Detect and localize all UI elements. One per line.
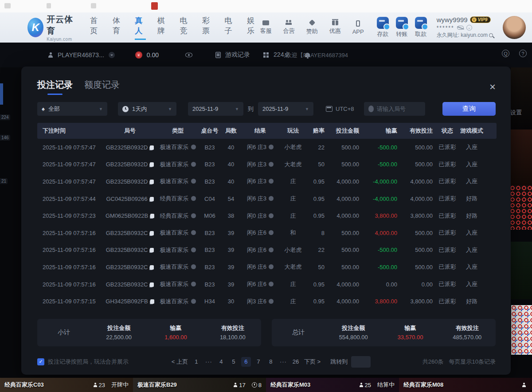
info-icon[interactable]	[191, 179, 196, 184]
nav-action-service[interactable]: 客服	[258, 20, 274, 35]
copy-icon[interactable]	[150, 265, 154, 270]
table-tile-m03[interactable]: 经典百家乐M03 25 结算中	[266, 378, 399, 392]
cell-valid-bet: 3,800.00	[401, 212, 436, 219]
info-icon[interactable]	[269, 213, 274, 218]
copy-icon[interactable]	[150, 299, 154, 304]
query-button[interactable]: 查询	[442, 102, 496, 116]
deposit-button[interactable]: 存款	[377, 17, 389, 38]
per-page-info: 每页显示10条记录	[449, 358, 496, 366]
page-6[interactable]: 6	[241, 357, 251, 367]
cell-winloss: 3,800.00	[363, 298, 401, 305]
cell-status: 已派彩	[436, 143, 458, 151]
info-icon[interactable]	[191, 247, 196, 252]
nav-action-partner[interactable]: 合营	[281, 20, 297, 35]
date-to-picker[interactable]: 2025-11-9 ▼	[258, 102, 313, 116]
page-26[interactable]: 26	[291, 357, 301, 367]
info-icon[interactable]	[191, 196, 196, 201]
nav-item-slots[interactable]: 电子	[224, 16, 235, 40]
nav-item-esports[interactable]: 电竞	[180, 16, 191, 40]
eye-icon[interactable]	[185, 53, 192, 57]
cell-table-no: B23	[199, 161, 221, 168]
info-icon[interactable]	[191, 145, 196, 149]
copy-icon[interactable]	[150, 282, 154, 287]
jump-page-input[interactable]	[351, 356, 371, 368]
copy-icon[interactable]	[150, 197, 154, 201]
merge-checkbox[interactable]: ✓	[37, 358, 44, 365]
nav-item-live[interactable]: 真人	[135, 16, 146, 40]
help-icon[interactable]: ?	[519, 50, 527, 57]
table-tile-b29[interactable]: 极速百家乐B29 17 8	[133, 378, 266, 392]
timezone-indicator[interactable]: UTC+8	[326, 106, 354, 112]
cell-bet-time: 2025-11-09 07:57:16	[37, 247, 103, 253]
roadmap-grid-dark	[510, 185, 532, 230]
tab-bet-records[interactable]: 投注记录	[37, 79, 73, 95]
player-id[interactable]: PLAYER46873...	[58, 51, 104, 59]
chevron-down-icon[interactable]	[109, 52, 115, 58]
copy-icon[interactable]	[150, 162, 154, 167]
copy-icon[interactable]	[150, 248, 154, 252]
cell-table-no: B23	[199, 144, 221, 151]
cell-game-no: GH3425B092FB	[103, 298, 157, 305]
cell-odds: 50	[307, 161, 328, 168]
magnifier-icon[interactable]	[489, 33, 493, 37]
table-tile-c03[interactable]: 经典百家乐C03 23 开牌中	[0, 378, 133, 392]
search-circle-icon[interactable]: Q	[502, 50, 509, 57]
info-icon[interactable]	[269, 299, 274, 304]
table-tile-m08[interactable]: 经典百家乐M08	[399, 378, 532, 392]
copy-icon[interactable]	[150, 145, 154, 150]
page-5[interactable]: 5	[229, 357, 239, 367]
tab-quota-records[interactable]: 额度记录	[84, 79, 120, 95]
nav-item-sports[interactable]: 体育	[113, 16, 124, 40]
info-icon[interactable]	[269, 179, 274, 184]
info-icon[interactable]	[191, 264, 196, 269]
game-no-input[interactable]	[377, 106, 420, 112]
info-icon[interactable]	[269, 145, 274, 149]
page-7[interactable]: 7	[254, 357, 263, 367]
info-icon[interactable]	[269, 264, 274, 269]
nav-action-sponsor[interactable]: 赞助	[304, 20, 320, 35]
info-icon[interactable]	[269, 230, 274, 235]
avatar[interactable]	[503, 16, 526, 39]
game-type-select[interactable]: ♠ 全部 ▼	[37, 102, 107, 116]
info-icon[interactable]	[191, 282, 196, 286]
eye-off-icon[interactable]	[457, 26, 464, 30]
prev-page-button[interactable]: < 上页	[172, 358, 188, 366]
info-icon[interactable]	[269, 282, 274, 286]
copy-icon[interactable]	[150, 231, 154, 235]
time-range-select[interactable]: 1天内 ▼	[118, 102, 176, 116]
nav-item-home[interactable]: 首页	[90, 16, 101, 40]
vip-medal-icon: V	[472, 17, 477, 22]
cell-bet-time: 2025-11-09 07:57:16	[37, 264, 103, 270]
cell-rounds: 38	[221, 212, 241, 219]
page-8[interactable]: 8	[266, 357, 276, 367]
nav-item-lottery[interactable]: 彩票	[202, 16, 213, 40]
close-icon[interactable]: ×	[489, 82, 496, 91]
info-icon[interactable]	[191, 213, 196, 218]
nav-action-promo[interactable]: 优惠	[327, 20, 343, 35]
info-icon[interactable]	[269, 162, 274, 167]
cell-winloss: -500.00	[363, 161, 401, 168]
nav-action-app[interactable]: APP	[350, 20, 366, 35]
nav-item-entertainment[interactable]: 娱乐	[247, 16, 258, 40]
page-4[interactable]: 4	[216, 357, 226, 367]
withdraw-button[interactable]: 取款	[415, 17, 427, 38]
game-records-link[interactable]: 游戏记录	[225, 51, 250, 59]
info-icon[interactable]	[191, 299, 196, 304]
cell-result: 闲0 庄8	[241, 212, 279, 220]
site-logo[interactable]: K 开云体育 Kaiyun.com	[27, 14, 76, 42]
info-icon[interactable]	[191, 230, 196, 235]
page-1[interactable]: 1	[192, 357, 201, 367]
refresh-icon[interactable]: ⌄	[466, 25, 472, 31]
gift-icon	[332, 20, 338, 25]
game-no-search[interactable]	[364, 102, 425, 116]
nav-item-cards[interactable]: 棋牌	[157, 16, 168, 40]
info-icon[interactable]	[269, 196, 274, 201]
transfer-button[interactable]: 转账	[396, 17, 408, 38]
col-winloss: 输赢	[363, 127, 401, 135]
copy-icon[interactable]	[150, 214, 154, 218]
copy-icon[interactable]	[150, 180, 154, 184]
info-icon[interactable]	[191, 162, 196, 167]
next-page-button[interactable]: 下页 >	[304, 358, 321, 366]
info-icon[interactable]	[269, 247, 274, 252]
date-from-picker[interactable]: 2025-11-9 ▼	[188, 102, 243, 116]
